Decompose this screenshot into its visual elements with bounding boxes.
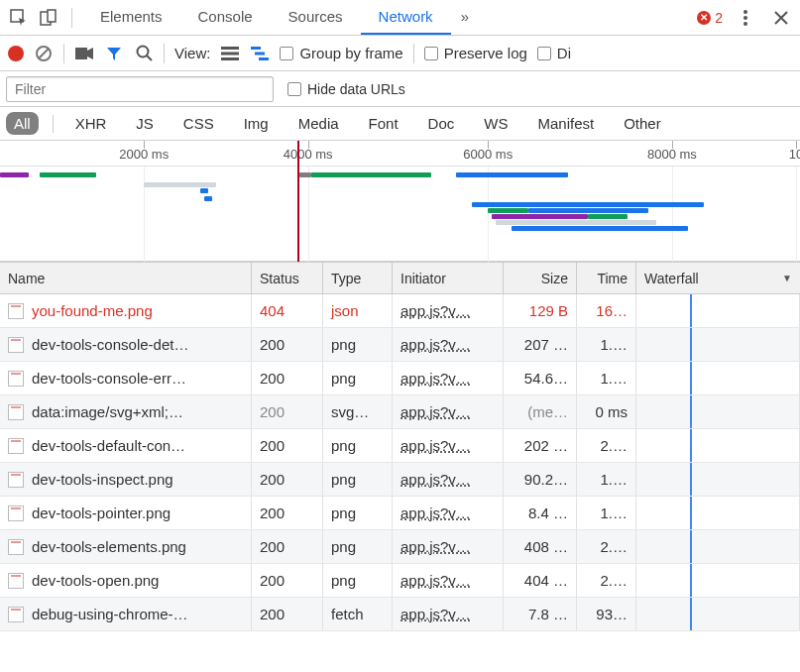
close-icon[interactable] [768, 5, 794, 31]
table-row[interactable]: debug-using-chrome-…200fetchapp.js?v…7.8… [0, 598, 800, 631]
col-header-size[interactable]: Size [504, 263, 577, 293]
table-row[interactable]: dev-tools-console-err…200pngapp.js?v…54.… [0, 362, 800, 395]
checkbox-icon [537, 47, 551, 60]
initiator-link[interactable]: app.js?v… [400, 370, 471, 387]
requests-table: Name Status Type Initiator Size Time Wat… [0, 262, 800, 631]
pill-other[interactable]: Other [616, 112, 669, 135]
table-row[interactable]: dev-tools-default-con…200pngapp.js?v…202… [0, 429, 800, 463]
initiator-link[interactable]: app.js?v… [400, 504, 471, 521]
col-header-name[interactable]: Name [0, 263, 252, 293]
pill-doc[interactable]: Doc [420, 112, 463, 135]
search-icon[interactable] [134, 44, 154, 63]
request-name: dev-tools-inspect.png [32, 471, 173, 488]
cell: dev-tools-open.png [0, 564, 252, 597]
inspect-element-icon[interactable] [6, 5, 32, 31]
tab-sources[interactable]: Sources [271, 0, 361, 35]
initiator-link[interactable]: app.js?v… [400, 302, 471, 319]
file-icon [8, 505, 24, 521]
waterfall-view-icon[interactable] [250, 44, 270, 63]
large-rows-icon[interactable] [220, 44, 240, 63]
col-header-time[interactable]: Time [577, 263, 636, 293]
col-header-waterfall-label: Waterfall [644, 271, 699, 286]
pill-media[interactable]: Media [290, 112, 347, 135]
clear-icon[interactable] [34, 44, 54, 63]
error-badge[interactable]: ✕ 2 [697, 10, 723, 26]
initiator-link[interactable]: app.js?v… [400, 437, 471, 454]
timeline-body [0, 167, 800, 262]
initiator-link[interactable]: app.js?v… [400, 471, 471, 488]
timeline-bar [200, 188, 208, 193]
table-row[interactable]: dev-tools-inspect.png200pngapp.js?v…90.2… [0, 463, 800, 497]
col-header-type[interactable]: Type [323, 263, 393, 293]
start-line [690, 328, 692, 361]
cell: app.js?v… [393, 294, 504, 327]
cell [636, 530, 800, 563]
pill-manifest[interactable]: Manifest [529, 112, 602, 135]
group-by-frame-checkbox[interactable]: Group by frame [280, 45, 402, 61]
preserve-log-label: Preserve log [444, 45, 527, 61]
status-value: 200 [260, 538, 285, 555]
filter-input[interactable] [6, 76, 274, 102]
gridline [144, 167, 145, 262]
timeline-bar [204, 196, 212, 201]
cell: 200 [252, 598, 323, 630]
table-row[interactable]: dev-tools-elements.png200pngapp.js?v…408… [0, 530, 800, 564]
more-tabs-button[interactable]: » [451, 0, 479, 35]
pill-all[interactable]: All [6, 112, 39, 135]
svg-line-10 [147, 56, 152, 60]
pill-css[interactable]: CSS [175, 112, 222, 135]
pill-font[interactable]: Font [361, 112, 406, 135]
initiator-link[interactable]: app.js?v… [400, 538, 471, 555]
record-button[interactable] [8, 46, 24, 61]
table-row[interactable]: data:image/svg+xml;…200svg…app.js?v…(me…… [0, 395, 800, 429]
hide-data-urls-checkbox[interactable]: Hide data URLs [287, 81, 405, 97]
request-name: dev-tools-elements.png [32, 538, 186, 555]
col-header-waterfall[interactable]: Waterfall ▼ [636, 263, 800, 293]
table-row[interactable]: dev-tools-open.png200pngapp.js?v…404 …2.… [0, 564, 800, 598]
pill-ws[interactable]: WS [476, 112, 515, 135]
device-toolbar-icon[interactable] [36, 5, 61, 31]
timeline-bar [512, 226, 688, 231]
tab-network[interactable]: Network [361, 0, 451, 35]
svg-point-4 [743, 16, 747, 20]
preserve-log-checkbox[interactable]: Preserve log [424, 45, 527, 61]
cell: app.js?v… [393, 497, 504, 529]
error-count: 2 [715, 10, 723, 26]
table-row[interactable]: dev-tools-console-det…200pngapp.js?v…207… [0, 328, 800, 362]
timeline-bar [40, 172, 95, 177]
size-value: 54.6… [524, 370, 568, 387]
table-row[interactable]: you-found-me.png404jsonapp.js?v…129 B16… [0, 294, 800, 328]
checkbox-icon [424, 47, 438, 60]
table-row[interactable]: dev-tools-pointer.png200pngapp.js?v…8.4 … [0, 497, 800, 530]
cell: 200 [252, 362, 323, 394]
settings-menu-icon[interactable] [733, 5, 758, 31]
initiator-link[interactable]: app.js?v… [400, 606, 471, 622]
pill-img[interactable]: Img [236, 112, 277, 135]
svg-point-9 [137, 47, 148, 57]
status-value: 200 [260, 370, 285, 387]
col-header-initiator[interactable]: Initiator [393, 263, 504, 293]
col-header-status[interactable]: Status [252, 263, 323, 293]
initiator-link[interactable]: app.js?v… [400, 403, 471, 420]
svg-rect-13 [221, 57, 239, 60]
disable-cache-checkbox[interactable]: Di [537, 45, 571, 61]
gridline [796, 167, 797, 262]
cell: dev-tools-elements.png [0, 530, 252, 563]
cell: 404 [252, 294, 323, 327]
initiator-link[interactable]: app.js?v… [400, 572, 471, 589]
initiator-link[interactable]: app.js?v… [400, 336, 471, 353]
pill-xhr[interactable]: XHR [67, 112, 115, 135]
cell: 7.8 … [504, 598, 577, 630]
filter-icon[interactable] [104, 44, 124, 63]
status-value: 200 [260, 403, 285, 420]
cell: 0 ms [577, 395, 636, 428]
request-name: you-found-me.png [32, 302, 153, 319]
pill-js[interactable]: JS [128, 112, 162, 135]
tab-console[interactable]: Console [180, 0, 271, 35]
svg-rect-14 [251, 47, 261, 50]
start-line [690, 294, 692, 327]
tab-elements[interactable]: Elements [82, 0, 180, 35]
timeline-tick: 10 [796, 141, 800, 167]
timeline-overview[interactable]: 2000 ms4000 ms6000 ms8000 ms10 [0, 141, 800, 262]
camera-icon[interactable] [74, 44, 94, 63]
